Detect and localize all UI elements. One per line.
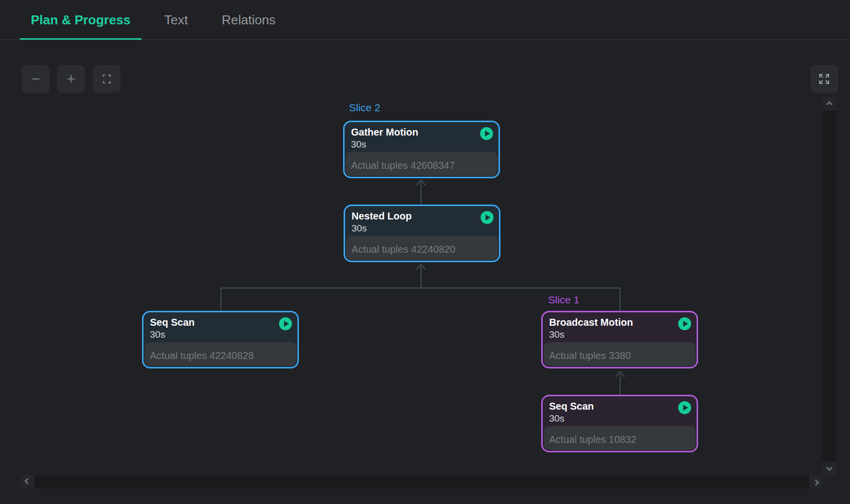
play-circle-icon: [678, 401, 691, 414]
edge-seqscan-to-broadcast-arrowhead: [616, 371, 625, 377]
plan-node-seq-scan-right[interactable]: Seq Scan 30s Actual tuples 10832: [541, 395, 698, 452]
scroll-down-button[interactable]: [823, 462, 836, 475]
node-actual-tuples: Actual tuples 42608347: [351, 160, 455, 171]
node-duration: 30s: [352, 222, 476, 234]
node-body: Actual tuples 42240820: [346, 236, 498, 260]
horizontal-scrollbar[interactable]: [21, 475, 823, 489]
zoom-out-button[interactable]: −: [22, 65, 50, 93]
plan-node-broadcast-motion[interactable]: Broadcast Motion 30s Actual tuples 3380: [541, 311, 698, 368]
node-title: Nested Loop: [352, 210, 476, 222]
node-body: Actual tuples 42240828: [144, 342, 296, 366]
zoom-in-button[interactable]: +: [57, 65, 85, 93]
query-plan-viewer: Plan & Progress Text Relations − +: [0, 0, 850, 504]
node-body: Actual tuples 42608347: [346, 152, 497, 176]
node-title: Seq Scan: [549, 400, 674, 413]
node-header: Nested Loop 30s: [345, 206, 499, 236]
plan-node-seq-scan-left[interactable]: Seq Scan 30s Actual tuples 42240828: [142, 311, 299, 368]
node-header: Seq Scan 30s: [143, 312, 297, 342]
slice-2-label: Slice 2: [349, 102, 380, 114]
scroll-left-button[interactable]: [21, 475, 34, 489]
tab-plan-progress[interactable]: Plan & Progress: [20, 0, 142, 40]
node-header: Seq Scan 30s: [543, 396, 697, 426]
scroll-up-button[interactable]: [823, 97, 836, 110]
node-duration: 30s: [549, 413, 674, 425]
tab-bar: Plan & Progress Text Relations: [0, 0, 850, 40]
node-actual-tuples: Actual tuples 10832: [549, 434, 637, 445]
tab-relations[interactable]: Relations: [211, 0, 286, 40]
node-title: Gather Motion: [351, 126, 476, 139]
plan-node-gather-motion[interactable]: Gather Motion 30s Actual tuples 42608347: [343, 121, 500, 178]
play-circle-icon: [279, 317, 292, 330]
node-duration: 30s: [150, 329, 275, 341]
node-body: Actual tuples 10832: [544, 426, 696, 450]
node-header: Broadcast Motion 30s: [543, 312, 697, 342]
fit-view-button[interactable]: [93, 65, 121, 93]
node-body: Actual tuples 3380: [544, 342, 696, 366]
node-title: Seq Scan: [150, 316, 275, 329]
edge-children-to-nested-arrowhead: [417, 264, 425, 270]
play-circle-icon: [481, 211, 494, 224]
node-header: Gather Motion 30s: [345, 122, 498, 152]
chevron-down-icon: [826, 465, 833, 471]
minus-icon: −: [31, 72, 40, 86]
node-actual-tuples: Actual tuples 42240828: [150, 350, 254, 361]
slice-1-label: Slice 1: [548, 294, 579, 306]
play-circle-icon: [480, 127, 493, 140]
scrollbar-corner: [823, 475, 836, 489]
node-actual-tuples: Actual tuples 42240820: [352, 244, 455, 255]
chevron-left-icon: [24, 478, 31, 485]
chevron-up-icon: [826, 101, 833, 108]
tab-text[interactable]: Text: [153, 0, 199, 40]
plan-node-nested-loop[interactable]: Nested Loop 30s Actual tuples 42240820: [344, 205, 500, 262]
node-actual-tuples: Actual tuples 3380: [549, 350, 631, 361]
chevron-right-icon: [813, 480, 819, 486]
node-duration: 30s: [549, 329, 674, 341]
play-circle-icon: [678, 317, 691, 330]
edge-nested-to-gather-arrowhead: [417, 180, 425, 185]
fullscreen-button[interactable]: [810, 65, 838, 93]
frame-corners-icon: [101, 73, 113, 85]
expand-arrows-icon: [818, 72, 831, 85]
vertical-scrollbar[interactable]: [823, 97, 836, 475]
plus-icon: +: [67, 72, 75, 86]
node-duration: 30s: [351, 139, 476, 150]
scroll-right-button[interactable]: [809, 475, 823, 489]
node-title: Broadcast Motion: [549, 316, 674, 329]
